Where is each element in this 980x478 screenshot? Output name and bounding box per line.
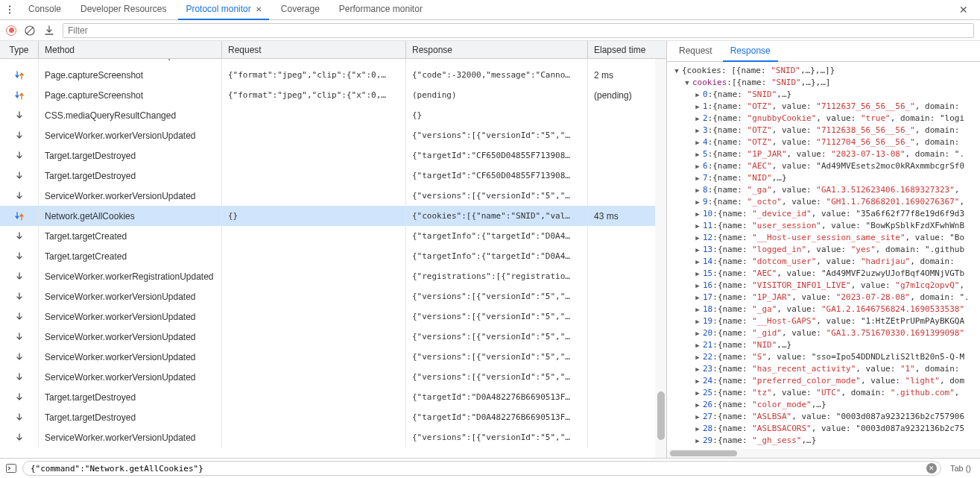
table-row[interactable]: ServiceWorker.workerVersionUpdated{"vers… [0,306,666,327]
table-row[interactable]: ServiceWorker.workerRegistrationUpdated{… [0,266,666,286]
table-row[interactable]: Target.targetDestroyed{"targetId":"CF650… [0,166,666,186]
tree-node[interactable]: 25: {name: "tz", value: "UTC", domain: "… [673,387,980,399]
tree-node[interactable]: 29: {name: "_gh_sess",…} [673,435,980,447]
disclosure-triangle-icon[interactable] [694,280,701,292]
disclosure-triangle-icon[interactable] [694,363,701,375]
table-row[interactable]: Target.targetDestroyed{"targetId":"D0A48… [0,407,666,427]
table-row[interactable]: ServiceWorker.workerVersionUpdated{"vers… [0,367,666,387]
disclosure-triangle-icon[interactable] [694,220,701,232]
table-row[interactable]: Target.targetCreated{"targetInfo":{"targ… [0,246,666,266]
col-elapsed[interactable]: Elapsed time [588,41,656,58]
disclosure-triangle-icon[interactable] [694,101,701,113]
tree-node[interactable]: 14: {name: "dotcom_user", value: "hadrij… [673,256,980,268]
disclosure-triangle-icon[interactable] [694,387,701,399]
disclosure-triangle-icon[interactable] [694,292,701,304]
filter-input[interactable] [63,23,974,38]
disclosure-triangle-icon[interactable] [694,136,701,148]
scrollbar-horizontal[interactable] [667,449,980,458]
tree-node[interactable]: 18: {name: "_ga", value: "GA1.2.16467568… [673,304,980,315]
console-prompt-icon[interactable] [4,462,18,475]
disclosure-triangle-icon[interactable] [683,77,691,89]
tree-node[interactable]: {cookies: [{name: "SNID",…},…]} [673,65,980,77]
table-row[interactable]: ServiceWorker.workerVersionUpdated{"vers… [0,186,666,206]
table-row[interactable]: Target.targetDestroyed{"targetId":"CF650… [0,145,666,166]
table-row[interactable]: ServiceWorker.workerVersionUpdated{"vers… [0,125,666,145]
download-icon[interactable] [43,25,55,37]
disclosure-triangle-icon[interactable] [694,256,701,268]
disclosure-triangle-icon[interactable] [694,125,701,136]
clear-icon[interactable] [24,25,36,37]
tree-node[interactable]: 17: {name: "1P_JAR", value: "2023-07-28-… [673,292,980,304]
tree-node[interactable]: 28: {name: "ASLBSACORS", value: "0003d08… [673,423,980,435]
tab-response[interactable]: Response [723,41,778,62]
tree-node[interactable]: 27: {name: "ASLBSA", value: "0003d087a92… [673,411,980,423]
tree-node[interactable]: 10: {name: "_device_id", value: "35a6f62… [673,208,980,220]
tab-protocol-monitor[interactable]: Protocol monitor ✕ [178,0,268,20]
grid-body[interactable]: ServiceWorker.workerVersionUpdated{"vers… [0,59,666,458]
col-type[interactable]: Type [0,41,39,58]
disclosure-triangle-icon[interactable] [673,65,680,77]
disclosure-triangle-icon[interactable] [694,423,701,435]
table-row[interactable]: ServiceWorker.workerVersionUpdated{"vers… [0,286,666,306]
disclosure-triangle-icon[interactable] [694,268,701,280]
tree-node[interactable]: 26: {name: "color_mode",…} [673,399,980,411]
tree-node[interactable]: 11: {name: "user_session", value: "BowKp… [673,220,980,232]
tab-console[interactable]: Console [21,0,69,20]
panel-close-icon[interactable]: ✕ [950,4,977,16]
tree-node[interactable]: 0: {name: "SNID",…} [673,89,980,101]
disclosure-triangle-icon[interactable] [694,351,701,363]
kebab-menu-icon[interactable] [3,3,16,16]
tree-node[interactable]: 22: {name: "S", value: "sso=Ipo54DDNDLzl… [673,351,980,363]
tree-node[interactable]: 16: {name: "VISITOR_INFO1_LIVE", value: … [673,280,980,292]
disclosure-triangle-icon[interactable] [694,160,701,172]
disclosure-triangle-icon[interactable] [694,184,701,196]
tree-node[interactable]: 23: {name: "has_recent_activity", value:… [673,363,980,375]
table-row[interactable]: Target.targetCreated{"targetInfo":{"targ… [0,226,666,246]
disclosure-triangle-icon[interactable] [694,172,701,184]
disclosure-triangle-icon[interactable] [694,339,701,351]
disclosure-triangle-icon[interactable] [694,304,701,315]
col-method[interactable]: Method [39,41,222,58]
table-row[interactable]: ServiceWorker.workerVersionUpdated{"vers… [0,327,666,347]
tree-node[interactable]: 20: {name: "_gid", value: "GA1.3.7516703… [673,327,980,339]
tree-node[interactable]: 19: {name: "__Host-GAPS", value: "1:HtZE… [673,315,980,327]
tree-node[interactable]: 6: {name: "AEC", value: "Ad49MVEsets2moc… [673,160,980,172]
table-row[interactable]: ServiceWorker.workerVersionUpdated{"vers… [0,347,666,367]
json-tree[interactable]: {cookies: [{name: "SNID",…},…]}cookies: … [667,62,980,458]
tree-node[interactable]: cookies: [{name: "SNID",…},…] [673,77,980,89]
tree-node[interactable]: 21: {name: "NID",…} [673,339,980,351]
disclosure-triangle-icon[interactable] [694,89,701,101]
close-icon[interactable]: ✕ [256,5,262,13]
scrollbar-vertical[interactable] [655,59,666,458]
tree-node[interactable]: 15: {name: "AEC", value: "Ad49MVF2uzwyUJ… [673,268,980,280]
disclosure-triangle-icon[interactable] [694,232,701,244]
table-row[interactable]: Page.captureScreenshot{"format":"jpeg","… [0,85,666,105]
table-row[interactable]: ServiceWorker.workerVersionUpdated{"vers… [0,59,666,65]
clear-input-icon[interactable]: ✕ [926,463,937,474]
tree-node[interactable]: 4: {name: "OTZ", value: "7112704_56_56__… [673,136,980,148]
table-row[interactable]: CSS.mediaQueryResultChanged{} [0,105,666,125]
table-row[interactable]: Page.captureScreenshot{"format":"jpeg","… [0,65,666,85]
col-request[interactable]: Request [222,41,406,58]
disclosure-triangle-icon[interactable] [694,148,701,160]
disclosure-triangle-icon[interactable] [694,375,701,387]
tree-node[interactable]: 24: {name: "preferred_color_mode", value… [673,375,980,387]
record-button[interactable] [6,25,16,36]
disclosure-triangle-icon[interactable] [694,435,701,447]
disclosure-triangle-icon[interactable] [694,208,701,220]
disclosure-triangle-icon[interactable] [694,327,701,339]
tree-node[interactable]: 13: {name: "logged_in", value: "yes", do… [673,244,980,256]
tree-node[interactable]: 2: {name: "gnubbyCookie", value: "true",… [673,113,980,125]
tree-node[interactable]: 9: {name: "_octo", value: "GH1.1.7686820… [673,196,980,208]
tree-node[interactable]: 7: {name: "NID",…} [673,172,980,184]
disclosure-triangle-icon[interactable] [694,315,701,327]
command-input[interactable] [22,461,941,476]
table-row[interactable]: Target.targetDestroyed{"targetId":"D0A48… [0,387,666,407]
table-row[interactable]: ServiceWorker.workerVersionUpdated{"vers… [0,427,666,447]
tree-node[interactable]: 12: {name: "__Host-user_session_same_sit… [673,232,980,244]
disclosure-triangle-icon[interactable] [694,113,701,125]
disclosure-triangle-icon[interactable] [694,196,701,208]
tree-node[interactable]: 5: {name: "1P_JAR", value: "2023-07-13-0… [673,148,980,160]
table-row[interactable]: Network.getAllCookies{}{"cookies":[{"nam… [0,206,666,226]
tab-request[interactable]: Request [671,41,720,62]
